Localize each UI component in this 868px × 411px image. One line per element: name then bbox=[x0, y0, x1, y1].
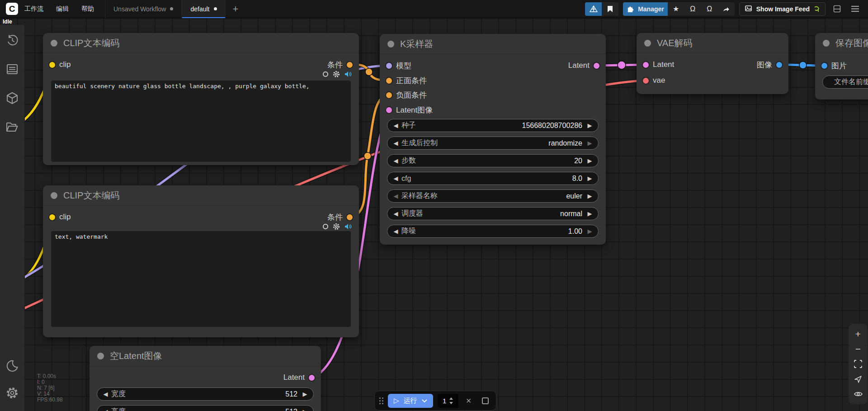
input-slot-clip[interactable]: clip bbox=[49, 58, 71, 71]
zoom-in-button[interactable]: + bbox=[851, 328, 865, 340]
circle-toggle-icon[interactable] bbox=[323, 224, 328, 229]
widget-width[interactable]: ◀ 宽度 512 ▶ bbox=[97, 387, 314, 401]
widget-scheduler[interactable]: ◀ 调度器 normal ▶ bbox=[387, 207, 599, 220]
widget-value[interactable]: normal bbox=[560, 210, 582, 218]
menu-workflow[interactable]: 工作流 bbox=[18, 0, 50, 18]
widget-denoise[interactable]: ◀ 降噪 1.00 ▶ bbox=[387, 225, 599, 238]
widget-seed[interactable]: ◀ 种子 156680208700286 ▶ bbox=[387, 119, 599, 132]
sidebar-item-history[interactable] bbox=[0, 28, 25, 52]
slot-dot-icon[interactable] bbox=[386, 92, 392, 98]
decrement-icon[interactable]: ◀ bbox=[102, 408, 109, 411]
slot-dot-icon[interactable] bbox=[386, 63, 392, 69]
reroute-dot[interactable] bbox=[365, 68, 373, 76]
increment-icon[interactable]: ▶ bbox=[586, 193, 593, 199]
input-slot-latent[interactable]: Latent bbox=[643, 58, 674, 71]
decrement-icon[interactable]: ◀ bbox=[392, 122, 399, 129]
comfyui-logo[interactable]: C bbox=[6, 3, 18, 15]
tab-default[interactable]: default bbox=[182, 0, 225, 18]
spinner-down-icon[interactable] bbox=[449, 402, 453, 404]
node-header[interactable]: 空Latent图像 bbox=[90, 346, 321, 366]
count-spinner[interactable] bbox=[449, 397, 453, 404]
widget-control-after-generate[interactable]: ◀ 生成后控制 randomize ▶ bbox=[387, 137, 599, 150]
share-button[interactable] bbox=[718, 2, 735, 16]
theme-toggle-button[interactable] bbox=[0, 354, 25, 378]
decrement-icon[interactable]: ◀ bbox=[392, 175, 399, 182]
node-header[interactable]: K采样器 bbox=[380, 34, 606, 54]
node-canvas[interactable]: Idle bbox=[0, 18, 868, 411]
gear-icon[interactable] bbox=[333, 223, 340, 230]
decrement-icon[interactable]: ◀ bbox=[392, 157, 399, 164]
drag-handle-icon[interactable] bbox=[379, 397, 383, 404]
slot-dot-icon[interactable] bbox=[594, 63, 599, 69]
increment-icon[interactable]: ▶ bbox=[586, 140, 593, 146]
widget-value[interactable]: 1.00 bbox=[568, 227, 582, 236]
increment-icon[interactable]: ▶ bbox=[586, 210, 593, 217]
speaker-icon[interactable] bbox=[344, 71, 352, 77]
increment-icon[interactable]: ▶ bbox=[302, 391, 308, 397]
zoom-out-button[interactable]: − bbox=[851, 343, 865, 355]
settings-button[interactable] bbox=[0, 381, 25, 405]
widget-cfg[interactable]: ◀ cfg 8.0 ▶ bbox=[387, 172, 599, 185]
slot-dot-icon[interactable] bbox=[347, 62, 353, 68]
widget-value[interactable]: 156680208700286 bbox=[522, 122, 582, 130]
input-slot-images[interactable]: 图片 bbox=[821, 59, 847, 72]
widget-filename-prefix[interactable]: 文件名前缀 bbox=[822, 76, 868, 89]
widget-value[interactable]: 20 bbox=[574, 157, 582, 165]
workflow-gallery-button[interactable] bbox=[585, 2, 602, 16]
sidebar-item-queue[interactable] bbox=[0, 57, 25, 81]
slot-dot-icon[interactable] bbox=[386, 78, 392, 84]
chevron-down-icon[interactable] bbox=[422, 399, 427, 402]
toggle-visibility-button[interactable] bbox=[851, 388, 865, 400]
update-all-button[interactable]: Ω bbox=[701, 2, 718, 16]
output-slot-image[interactable]: 图像 bbox=[757, 58, 782, 71]
slot-dot-icon[interactable] bbox=[347, 214, 353, 220]
reroute-dot[interactable] bbox=[364, 152, 371, 160]
panel-toggle-button[interactable] bbox=[830, 2, 844, 16]
output-slot-conditioning[interactable]: 条件 bbox=[327, 58, 353, 71]
output-slot-conditioning[interactable]: 条件 bbox=[327, 210, 353, 224]
spinner-up-icon[interactable] bbox=[449, 397, 453, 400]
favorites-button[interactable]: ★ bbox=[668, 2, 684, 16]
output-slot-latent[interactable]: Latent bbox=[568, 59, 599, 72]
update-button[interactable]: Ω bbox=[684, 2, 701, 16]
main-menu-button[interactable] bbox=[848, 2, 862, 16]
slot-dot-icon[interactable] bbox=[643, 62, 649, 68]
widget-value[interactable]: 512 bbox=[285, 408, 297, 411]
increment-icon[interactable]: ▶ bbox=[586, 122, 593, 129]
input-slot-model[interactable]: 模型 bbox=[386, 59, 411, 72]
stop-button[interactable] bbox=[482, 397, 489, 404]
input-slot-vae[interactable]: vae bbox=[643, 74, 665, 87]
reroute-dot[interactable] bbox=[799, 61, 807, 69]
node-vae-decode[interactable]: VAE解码 Latent vae 图像 bbox=[637, 33, 788, 94]
new-workflow-button[interactable]: + bbox=[226, 0, 246, 18]
decrement-icon[interactable]: ◀ bbox=[102, 391, 109, 397]
speaker-icon[interactable] bbox=[344, 223, 352, 230]
batch-count-input[interactable]: 1 bbox=[438, 394, 458, 408]
node-clip-text-encode-negative[interactable]: CLIP文本编码 clip 条件 text, watermark bbox=[43, 185, 359, 337]
batch-count-value[interactable]: 1 bbox=[443, 397, 446, 405]
widget-steps[interactable]: ◀ 步数 20 ▶ bbox=[387, 154, 599, 167]
node-clip-text-encode-positive[interactable]: CLIP文本编码 clip 条件 beautiful scenery natur… bbox=[43, 33, 359, 165]
clear-queue-button[interactable]: × bbox=[463, 396, 475, 406]
node-header[interactable]: 保存图像 bbox=[815, 33, 868, 53]
slot-dot-icon[interactable] bbox=[776, 62, 782, 68]
widget-value[interactable]: euler bbox=[566, 192, 582, 200]
increment-icon[interactable]: ▶ bbox=[302, 408, 308, 411]
slot-dot-icon[interactable] bbox=[821, 63, 827, 69]
reroute-dot[interactable] bbox=[618, 61, 626, 69]
node-header[interactable]: CLIP文本编码 bbox=[43, 33, 359, 53]
widget-sampler-name[interactable]: ◀ 采样器名称 euler ▶ bbox=[387, 189, 599, 203]
input-slot-negative[interactable]: 负面条件 bbox=[386, 88, 427, 102]
slot-dot-icon[interactable] bbox=[643, 78, 649, 84]
slot-dot-icon[interactable] bbox=[386, 107, 392, 113]
sidebar-item-model-library[interactable] bbox=[0, 86, 25, 110]
node-header[interactable]: VAE解码 bbox=[637, 33, 788, 53]
widget-height[interactable]: ◀ 高度 512 ▶ bbox=[97, 405, 314, 411]
tab-unsaved-workflow[interactable]: Unsaved Workflow bbox=[105, 0, 182, 18]
increment-icon[interactable]: ▶ bbox=[586, 175, 593, 182]
input-slot-positive[interactable]: 正面条件 bbox=[386, 74, 427, 87]
node-save-image[interactable]: 保存图像 图片 文件名前缀 bbox=[815, 33, 868, 99]
widget-value[interactable]: 8.0 bbox=[572, 175, 582, 183]
decrement-icon[interactable]: ◀ bbox=[392, 228, 399, 235]
sidebar-item-workflows[interactable] bbox=[0, 115, 25, 139]
